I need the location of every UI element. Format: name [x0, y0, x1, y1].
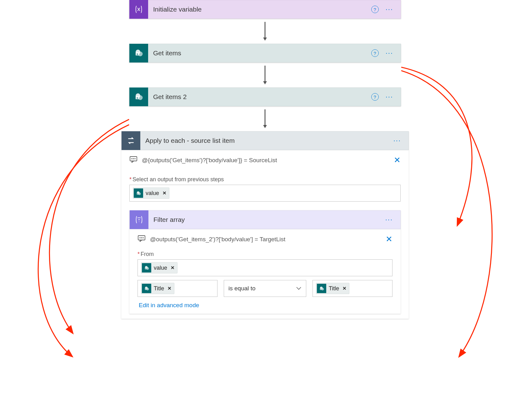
close-icon[interactable]: ✕: [394, 155, 401, 165]
token-title[interactable]: S Title ✕: [141, 283, 174, 294]
step-initialize-variable[interactable]: Initialize variable ? ···: [129, 0, 401, 19]
filter-icon: [130, 210, 148, 229]
comment-row: @{outputs('Get_items')?['body/value']} =…: [121, 150, 409, 168]
select-output-input[interactable]: S value ✕: [129, 185, 401, 202]
step-get-items-2[interactable]: S Get items 2 ? ···: [129, 88, 401, 106]
condition-left-input[interactable]: S Title ✕: [138, 280, 218, 297]
more-icon[interactable]: ···: [393, 137, 401, 145]
comment-text: @outputs('Get_items_2')?['body/value'] =…: [150, 236, 381, 243]
step-title: Get items: [148, 49, 371, 57]
svg-point-26: [140, 238, 140, 238]
connector-arrow: [0, 62, 530, 88]
sharepoint-icon: S: [142, 284, 151, 293]
svg-point-18: [132, 158, 132, 159]
step-title: Initialize variable: [148, 6, 371, 13]
step-get-items[interactable]: S Get items ? ···: [129, 44, 401, 62]
connector-arrow: [0, 19, 530, 44]
step-title: Filter array: [148, 216, 385, 223]
token-remove-icon[interactable]: ✕: [342, 286, 347, 291]
token-title[interactable]: S Title ✕: [316, 283, 349, 294]
field-label: * From: [138, 251, 392, 258]
sharepoint-icon: S: [129, 44, 148, 62]
svg-text:S: S: [137, 97, 138, 99]
variable-icon: [129, 0, 148, 19]
svg-marker-10: [263, 81, 267, 84]
help-icon[interactable]: ?: [371, 93, 379, 101]
sharepoint-icon: S: [142, 263, 151, 272]
edit-advanced-link[interactable]: Edit in advanced mode: [138, 297, 392, 309]
more-icon[interactable]: ···: [385, 216, 393, 224]
chevron-down-icon: [296, 285, 302, 292]
token-value[interactable]: S value ✕: [133, 188, 169, 199]
comment-row: @outputs('Get_items_2')?['body/value'] =…: [129, 229, 401, 247]
sharepoint-icon: S: [134, 188, 143, 198]
step-apply-to-each[interactable]: Apply to each - source list item ··· @{o…: [121, 131, 409, 319]
step-filter-array[interactable]: Filter array ··· @outputs('Get_items_2')…: [129, 210, 401, 314]
more-icon[interactable]: ···: [386, 49, 393, 57]
svg-point-27: [141, 238, 142, 238]
more-icon[interactable]: ···: [386, 93, 393, 101]
condition-right-input[interactable]: S Title ✕: [312, 280, 392, 297]
svg-point-28: [143, 238, 143, 238]
token-value[interactable]: S value ✕: [141, 262, 178, 273]
svg-point-20: [135, 158, 135, 159]
from-input[interactable]: S value ✕: [138, 259, 392, 276]
connector-arrow: [0, 106, 530, 131]
close-icon[interactable]: ✕: [386, 234, 392, 244]
loop-icon: [122, 131, 140, 150]
comment-icon: [138, 235, 146, 243]
help-icon[interactable]: ?: [371, 49, 379, 57]
more-icon[interactable]: ···: [386, 5, 393, 13]
token-remove-icon[interactable]: ✕: [171, 265, 175, 271]
field-label: * Select an output from previous steps: [129, 176, 401, 183]
svg-marker-16: [263, 125, 267, 128]
token-remove-icon[interactable]: ✕: [168, 286, 172, 291]
comment-text: @{outputs('Get_items')?['body/value']} =…: [142, 157, 389, 164]
svg-text:S: S: [137, 53, 138, 56]
token-remove-icon[interactable]: ✕: [162, 190, 167, 196]
comment-icon: [129, 156, 138, 164]
step-title: Apply to each - source list item: [140, 137, 393, 144]
svg-marker-4: [263, 38, 267, 41]
step-title: Get items 2: [148, 93, 371, 101]
sharepoint-icon: S: [129, 88, 148, 106]
condition-operator-select[interactable]: is equal to: [224, 280, 306, 297]
sharepoint-icon: S: [317, 284, 326, 293]
help-icon[interactable]: ?: [371, 6, 379, 13]
svg-point-19: [133, 158, 134, 159]
